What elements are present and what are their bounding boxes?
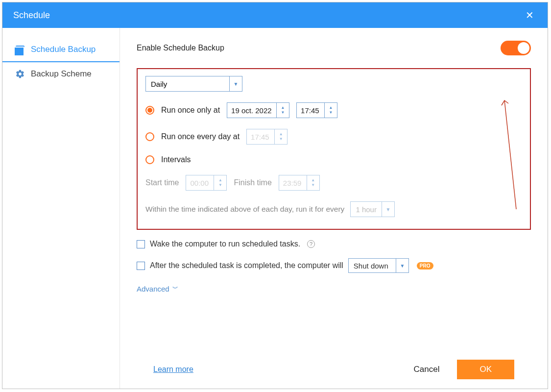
dialog-body: Schedule Backup Backup Scheme Enable Sch… bbox=[2, 28, 548, 389]
chevron-down-icon: ▼ bbox=[279, 137, 283, 141]
annotation-arrow bbox=[500, 92, 519, 214]
enable-row: Enable Schedule Backup bbox=[137, 41, 531, 55]
interval-time-row: Start time ▲▼ Finish time ▲▼ bbox=[145, 175, 522, 191]
learn-more-link[interactable]: Learn more bbox=[153, 365, 193, 374]
interval-every-value: 1 hour bbox=[351, 202, 382, 217]
svg-line-0 bbox=[504, 100, 516, 209]
calendar-icon bbox=[15, 45, 25, 54]
check-label: After the scheduled task is completed, t… bbox=[150, 261, 343, 270]
option-label: Run once every day at bbox=[161, 132, 240, 141]
chevron-down-icon: ▼ bbox=[311, 183, 315, 187]
chevron-down-icon[interactable]: ▼ bbox=[382, 202, 394, 217]
chevron-up-icon: ▲ bbox=[279, 132, 283, 136]
date-value[interactable] bbox=[227, 103, 276, 118]
main-panel: Enable Schedule Backup Daily ▼ Run once … bbox=[120, 28, 548, 389]
annotation-box: Daily ▼ Run once only at ▲▼ ▲▼ bbox=[137, 68, 531, 230]
option-run-once-only: Run once only at ▲▼ ▲▼ bbox=[145, 102, 522, 118]
time-value[interactable] bbox=[279, 175, 307, 190]
chevron-down-icon: ▼ bbox=[218, 183, 222, 187]
spinner-buttons[interactable]: ▲▼ bbox=[274, 129, 287, 144]
chevron-down-icon: ▼ bbox=[281, 111, 285, 115]
after-action-dropdown[interactable]: Shut down ▼ bbox=[348, 258, 409, 273]
checkbox-wake[interactable] bbox=[137, 240, 145, 248]
spinner-buttons[interactable]: ▲▼ bbox=[324, 103, 337, 118]
frequency-value: Daily bbox=[146, 76, 229, 91]
pro-badge: PRO bbox=[417, 262, 433, 270]
within-text: Within the time indicated above of each … bbox=[145, 205, 344, 214]
every-day-time-input[interactable]: ▲▼ bbox=[246, 129, 287, 145]
option-intervals: Intervals bbox=[145, 155, 522, 164]
chevron-up-icon: ▲ bbox=[329, 106, 333, 110]
spinner-buttons[interactable]: ▲▼ bbox=[214, 175, 226, 190]
chevron-up-icon: ▲ bbox=[281, 106, 285, 110]
enable-label: Enable Schedule Backup bbox=[137, 44, 224, 52]
finish-time-label: Finish time bbox=[234, 178, 271, 187]
spinner-buttons[interactable]: ▲▼ bbox=[276, 103, 289, 118]
sidebar-item-label: Backup Scheme bbox=[31, 69, 92, 79]
close-icon[interactable]: ✕ bbox=[523, 6, 537, 24]
after-action-value: Shut down bbox=[349, 259, 396, 272]
help-icon[interactable]: ? bbox=[307, 240, 315, 248]
checkbox-after[interactable] bbox=[137, 262, 145, 270]
spinner-buttons[interactable]: ▲▼ bbox=[307, 175, 319, 190]
double-chevron-down-icon: ︾ bbox=[172, 285, 178, 293]
titlebar: Schedule ✕ bbox=[2, 2, 548, 28]
radio-intervals[interactable] bbox=[145, 155, 154, 164]
check-after-row: After the scheduled task is completed, t… bbox=[137, 258, 531, 273]
radio-run-every-day[interactable] bbox=[145, 132, 154, 141]
chevron-down-icon[interactable]: ▼ bbox=[396, 259, 408, 272]
interval-every-row: Within the time indicated above of each … bbox=[145, 201, 522, 217]
chevron-up-icon: ▲ bbox=[218, 178, 222, 182]
start-time-input[interactable]: ▲▼ bbox=[186, 175, 227, 191]
footer: Learn more Cancel OK bbox=[137, 350, 531, 389]
sidebar-item-label: Schedule Backup bbox=[31, 45, 96, 54]
check-label: Wake the computer to run scheduled tasks… bbox=[150, 240, 300, 248]
run-once-time-input[interactable]: ▲▼ bbox=[296, 102, 337, 118]
chevron-up-icon: ▲ bbox=[311, 178, 315, 182]
cancel-button[interactable]: Cancel bbox=[409, 361, 445, 378]
ok-button[interactable]: OK bbox=[457, 360, 514, 379]
advanced-link[interactable]: Advanced ︾ bbox=[137, 285, 531, 293]
option-label: Intervals bbox=[161, 155, 191, 164]
chevron-down-icon: ▼ bbox=[329, 111, 333, 115]
advanced-label: Advanced bbox=[137, 285, 169, 293]
gear-icon bbox=[15, 69, 25, 79]
dialog-title: Schedule bbox=[13, 10, 50, 21]
footer-right: Cancel OK bbox=[409, 360, 514, 379]
time-value[interactable] bbox=[297, 103, 324, 118]
chevron-down-icon[interactable]: ▼ bbox=[229, 76, 242, 91]
time-value[interactable] bbox=[247, 129, 274, 144]
start-time-label: Start time bbox=[145, 178, 179, 187]
radio-run-once-only[interactable] bbox=[145, 106, 154, 115]
sidebar: Schedule Backup Backup Scheme bbox=[2, 28, 120, 389]
interval-every-dropdown[interactable]: 1 hour ▼ bbox=[350, 201, 395, 217]
time-value[interactable] bbox=[186, 175, 214, 190]
option-run-every-day: Run once every day at ▲▼ bbox=[145, 129, 522, 145]
enable-toggle[interactable] bbox=[501, 41, 531, 55]
option-label: Run once only at bbox=[161, 106, 220, 115]
finish-time-input[interactable]: ▲▼ bbox=[279, 175, 320, 191]
check-wake-row: Wake the computer to run scheduled tasks… bbox=[137, 240, 531, 248]
frequency-dropdown[interactable]: Daily ▼ bbox=[145, 76, 242, 92]
sidebar-item-schedule-backup[interactable]: Schedule Backup bbox=[2, 38, 120, 62]
schedule-dialog: Schedule ✕ Schedule Backup Backup Scheme bbox=[2, 2, 548, 389]
sidebar-item-backup-scheme[interactable]: Backup Scheme bbox=[2, 62, 120, 86]
run-once-date-input[interactable]: ▲▼ bbox=[227, 102, 289, 118]
